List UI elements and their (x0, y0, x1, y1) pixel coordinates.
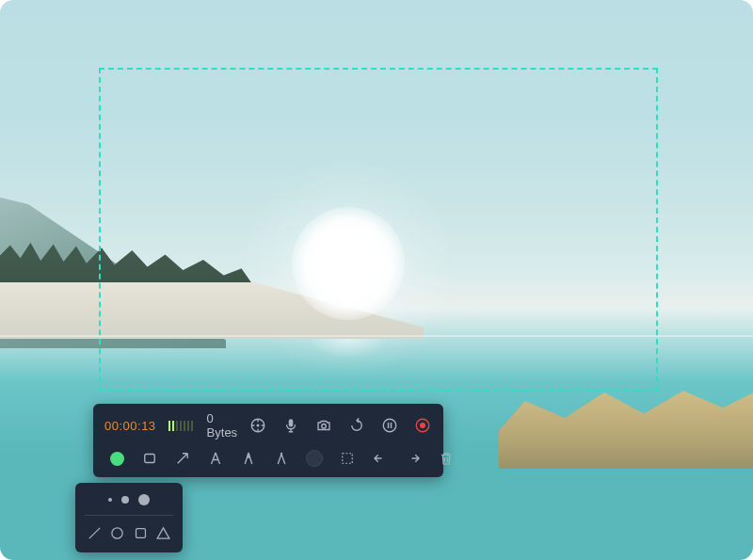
rectangle-icon (141, 450, 158, 467)
highlighter-tool-button[interactable] (236, 446, 261, 471)
camera-icon (315, 417, 332, 434)
text-tool-button[interactable] (203, 446, 228, 471)
trash-icon (438, 450, 455, 467)
square-shape-button[interactable] (131, 523, 150, 542)
size-medium-button[interactable] (121, 496, 129, 504)
svg-point-3 (322, 424, 327, 429)
marquee-icon (339, 450, 356, 467)
circle-icon (109, 525, 125, 541)
redo-icon (405, 450, 422, 467)
shape-panel (75, 483, 183, 552)
color-picker-button[interactable] (302, 446, 327, 471)
audio-level-meter (168, 421, 193, 431)
desktop-background: 00:00:13 0 Bytes (0, 0, 753, 560)
line-shape-button[interactable] (85, 523, 104, 542)
svg-point-4 (383, 419, 396, 432)
undo-button[interactable] (368, 446, 393, 471)
panel-divider (85, 515, 173, 516)
marquee-tool-button[interactable] (335, 446, 360, 471)
svg-rect-9 (145, 455, 155, 463)
line-icon (87, 525, 103, 541)
record-button[interactable] (410, 413, 435, 438)
microphone-button[interactable] (279, 413, 303, 438)
color-swatch-icon (306, 450, 323, 467)
arrow-icon (174, 450, 191, 467)
stroke-size-row (85, 489, 173, 510)
toolbar-annotate-row (104, 445, 432, 472)
size-small-button[interactable] (108, 498, 112, 502)
delete-button[interactable] (434, 446, 458, 471)
undo-icon (372, 450, 389, 467)
svg-rect-6 (391, 423, 393, 428)
pen-color-button[interactable] (104, 446, 129, 471)
svg-point-1 (257, 424, 260, 427)
square-icon (133, 525, 149, 541)
svg-rect-11 (343, 454, 353, 464)
reset-button[interactable] (344, 413, 369, 438)
svg-rect-13 (136, 528, 145, 537)
shape-row (85, 520, 173, 545)
record-icon (414, 417, 431, 434)
pen-color-icon (110, 452, 124, 466)
compass-icon (273, 450, 290, 467)
capture-region[interactable] (99, 68, 658, 392)
cursor-icon (249, 417, 266, 434)
reset-icon (348, 417, 365, 434)
circle-shape-button[interactable] (108, 523, 127, 542)
pause-button[interactable] (377, 413, 402, 438)
triangle-shape-button[interactable] (154, 523, 173, 542)
rectangle-tool-button[interactable] (137, 446, 162, 471)
svg-rect-5 (388, 423, 390, 428)
arrow-tool-button[interactable] (170, 446, 195, 471)
svg-point-12 (112, 527, 122, 537)
size-large-button[interactable] (138, 494, 150, 505)
recorder-toolbar: 00:00:13 0 Bytes (93, 404, 443, 477)
triangle-icon (155, 525, 171, 541)
svg-rect-2 (289, 419, 294, 426)
camera-button[interactable] (312, 413, 336, 438)
recording-timer: 00:00:13 (104, 419, 156, 433)
cursor-tool-button[interactable] (246, 413, 270, 438)
file-size-label: 0 Bytes (207, 411, 238, 440)
compass-tool-button[interactable] (269, 446, 294, 471)
redo-button[interactable] (401, 446, 425, 471)
svg-point-8 (420, 423, 425, 428)
toolbar-status-row: 00:00:13 0 Bytes (104, 411, 432, 440)
microphone-icon (282, 417, 299, 434)
highlighter-icon (240, 450, 257, 467)
text-icon (207, 450, 224, 467)
pause-icon (381, 417, 398, 434)
grass (499, 384, 753, 469)
